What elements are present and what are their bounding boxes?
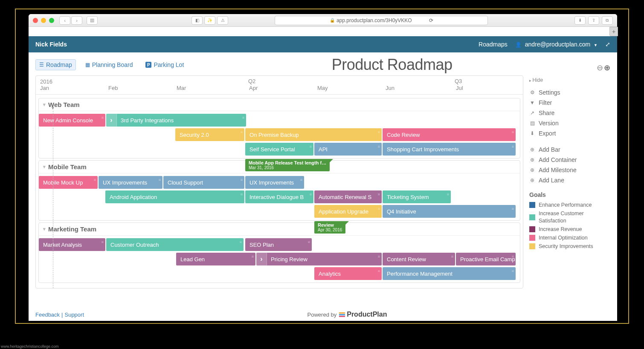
drag-handle-icon[interactable]: ≡ [512, 207, 514, 211]
minimize-window-icon[interactable] [41, 18, 46, 23]
zoom-in-button[interactable]: ⊕ [604, 63, 610, 72]
milestone-flag[interactable]: Mobile App Release Test length f…Mar 31,… [245, 159, 330, 171]
sidebar-export[interactable]: ⬇Export [529, 128, 610, 138]
roadmap-bar[interactable]: Android Application≡ [105, 190, 244, 203]
zoom-out-button[interactable]: ⊖ [597, 63, 603, 72]
forward-button[interactable]: › [71, 16, 82, 25]
toolbar-icon-2[interactable]: ✨ [204, 16, 215, 25]
tabs-icon[interactable]: ⧉ [602, 16, 613, 25]
drag-handle-icon[interactable]: ≡ [310, 144, 312, 149]
tab-parking-lot[interactable]: PParking Lot [142, 59, 187, 70]
roadmap-bar[interactable]: UX Improvements≡ [99, 176, 162, 189]
toolbar-warning-icon[interactable]: ⚠ [217, 16, 228, 25]
roadmap-bar[interactable]: On Premise Backup≡ [245, 128, 382, 141]
url-bar[interactable]: 🔒 app.productplan.com/3H0yVKKO ⟳ [275, 16, 488, 25]
user-menu[interactable]: 👤 andre@productplan.com ▼ [515, 41, 598, 48]
drag-handle-icon[interactable]: ≡ [310, 192, 312, 196]
goal-item[interactable]: Security Improvements [529, 242, 610, 251]
drag-handle-icon[interactable]: ≡ [102, 240, 104, 244]
sidebar-add-lane[interactable]: ⊕Add Lane [529, 175, 610, 185]
color-swatch [529, 214, 535, 220]
roadmap-bar[interactable]: SEO Plan≡ [245, 238, 312, 251]
goal-item[interactable]: Increase Customer Satisfaction [529, 209, 610, 225]
roadmap-bar[interactable]: UX Improvements≡ [245, 176, 304, 189]
roadmap-bar[interactable]: Lead Gen≡ [176, 253, 255, 265]
drag-handle-icon[interactable]: ≡ [242, 115, 244, 120]
drag-handle-icon[interactable]: ≡ [512, 130, 514, 134]
roadmap-bar[interactable]: Automatic Renewal S≡ [314, 190, 382, 203]
drag-handle-icon[interactable]: ≡ [378, 192, 380, 196]
roadmap-bar[interactable]: Pricing Review≡ [256, 253, 382, 265]
milestone-flag[interactable]: ReviewApr 30, 2016 [314, 221, 345, 234]
roadmap-bar[interactable]: Q4 Initiative≡ [383, 205, 516, 218]
roadmap-bar[interactable]: Self Service Portal≡ [245, 143, 313, 156]
roadmap-bar[interactable]: Shopping Cart Improvements≡ [383, 143, 516, 156]
drag-handle-icon[interactable]: ≡ [378, 144, 380, 149]
goal-item[interactable]: Enhance Performance [529, 201, 610, 209]
lane-header[interactable]: ▾Marketing Team [39, 223, 520, 236]
sidebar-add-bar[interactable]: ⊕Add Bar [529, 144, 610, 155]
goal-item[interactable]: Increase Revenue [529, 225, 610, 234]
reload-icon[interactable]: ⟳ [429, 17, 433, 23]
drag-handle-icon[interactable]: ≡ [252, 254, 254, 259]
sidebar-add-container[interactable]: ⊕Add Container [529, 155, 610, 165]
drag-handle-icon[interactable]: ≡ [447, 192, 449, 196]
roadmap-bar[interactable]: Cloud Support≡ [163, 176, 244, 189]
drag-handle-icon[interactable]: ≡ [378, 254, 380, 259]
drag-handle-icon[interactable]: ≡ [94, 178, 96, 182]
sidebar-add-milestone[interactable]: ⊕Add Milestone [529, 165, 610, 175]
roadmap-bar[interactable]: API≡ [314, 143, 382, 156]
toolbar-icon-1[interactable]: ◧ [191, 16, 203, 25]
new-tab-button[interactable]: + [609, 27, 618, 36]
download-icon[interactable]: ⬇ [574, 16, 586, 25]
sidebar-settings[interactable]: ⚙Settings [529, 87, 610, 98]
drag-handle-icon[interactable]: ≡ [378, 207, 380, 211]
roadmap-bar[interactable]: Performance Management≡ [383, 267, 516, 280]
close-window-icon[interactable] [33, 18, 38, 23]
roadmap-bar[interactable]: Proactive Email Camp≡ [456, 253, 516, 265]
roadmap-bar[interactable]: Interactive Dialogue B≡ [245, 190, 313, 203]
drag-handle-icon[interactable]: ≡ [241, 178, 243, 182]
roadmap-bar[interactable]: Application Upgrade≡ [314, 205, 382, 218]
roadmap-bar[interactable]: Mobile Mock Up≡ [39, 176, 98, 189]
sidebar-filter[interactable]: ▼Filter [529, 98, 610, 108]
roadmap-bar[interactable]: Content Review≡ [383, 253, 455, 265]
drag-handle-icon[interactable]: ≡ [512, 254, 514, 259]
drag-handle-icon[interactable]: ≡ [451, 254, 453, 259]
roadmap-bar[interactable]: Code Review≡ [383, 128, 516, 141]
drag-handle-icon[interactable]: ≡ [378, 269, 380, 273]
drag-handle-icon[interactable]: ≡ [102, 115, 104, 120]
drag-handle-icon[interactable]: ≡ [159, 178, 161, 182]
roadmap-bar[interactable]: Security 2.0≡ [175, 128, 244, 141]
roadmap-bar[interactable]: Customer Outreach≡ [106, 238, 244, 251]
tab-planning-board[interactable]: ▦Planning Board [82, 59, 136, 70]
drag-handle-icon[interactable]: ≡ [240, 240, 242, 244]
sidebar-share[interactable]: ↗Share [529, 108, 610, 118]
roadmap-bar[interactable]: New Admin Console≡ [39, 114, 105, 127]
drag-handle-icon[interactable]: ≡ [241, 130, 243, 134]
roadmaps-link[interactable]: Roadmaps [479, 41, 508, 48]
lane-header[interactable]: ▾Web Team [39, 98, 520, 111]
fullscreen-icon[interactable]: ⤢ [605, 41, 610, 48]
share-icon[interactable]: ⇪ [588, 16, 599, 25]
feedback-link[interactable]: Feedback [35, 312, 60, 318]
back-button[interactable]: ‹ [59, 16, 70, 25]
drag-handle-icon[interactable]: ≡ [308, 240, 310, 244]
roadmap-bar[interactable]: Ticketing System≡ [383, 190, 451, 203]
drag-handle-icon[interactable]: ≡ [512, 144, 514, 149]
sidebar-version[interactable]: ▤Version [529, 118, 610, 128]
roadmap-bar[interactable]: Market Analysis≡ [39, 238, 105, 251]
maximize-window-icon[interactable] [49, 18, 54, 23]
goal-item[interactable]: Internal Optimization [529, 234, 610, 242]
sidebar-toggle-button[interactable]: ▥ [87, 16, 98, 25]
drag-handle-icon[interactable]: ≡ [300, 178, 302, 182]
roadmap-bar[interactable]: 3rd Party Integrations≡ [106, 114, 246, 127]
drag-handle-icon[interactable]: ≡ [378, 130, 380, 134]
drag-handle-icon[interactable]: ≡ [241, 192, 243, 196]
timeline: 2016 Q2 Q3 Jan Feb Mar Apr May Jun Jul [35, 75, 523, 288]
hide-sidebar-button[interactable]: Hide [529, 77, 610, 83]
drag-handle-icon[interactable]: ≡ [512, 269, 514, 273]
roadmap-bar[interactable]: Analytics≡ [314, 267, 382, 280]
tab-roadmap[interactable]: ☰Roadmap [35, 59, 76, 70]
support-link[interactable]: Support [64, 312, 84, 318]
